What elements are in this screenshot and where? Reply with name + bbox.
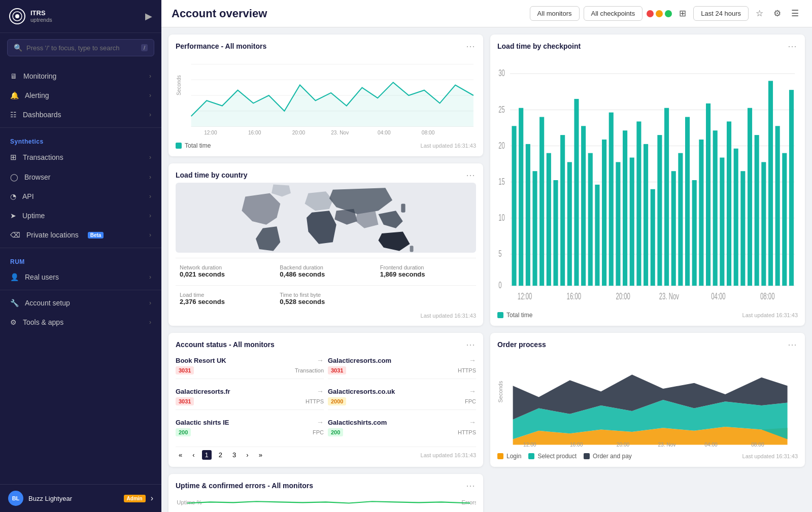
svg-text:04:00: 04:00	[378, 130, 391, 135]
performance-card-menu[interactable]: ⋯	[466, 42, 476, 51]
sidebar-item-monitoring[interactable]: 🖥 Monitoring ›	[0, 66, 161, 86]
svg-rect-60	[727, 121, 731, 286]
arrow-icon[interactable]: →	[317, 418, 324, 426]
stat-label: Frontend duration	[380, 264, 472, 270]
sidebar-logo: ITRS uptrends ▶	[0, 0, 161, 33]
order-process-menu[interactable]: ⋯	[788, 340, 798, 349]
sidebar-item-account-setup[interactable]: 🔧 Account setup ›	[0, 293, 161, 313]
sidebar-collapse-button[interactable]: ▶	[145, 11, 152, 22]
page-2-button[interactable]: 2	[216, 450, 225, 460]
sidebar-item-browser[interactable]: ◯ Browser ›	[0, 167, 161, 187]
account-status-menu[interactable]: ⋯	[466, 340, 476, 349]
chevron-right-icon: ›	[149, 231, 151, 238]
status-code: 3031	[176, 397, 194, 405]
main-content: Account overview All monitors All checkp…	[161, 0, 812, 512]
svg-rect-40	[588, 153, 593, 286]
select-product-legend-label: Select product	[537, 453, 577, 460]
sidebar-item-label: Alerting	[25, 91, 49, 99]
perf-legend: Total time	[176, 142, 211, 149]
svg-marker-8	[191, 82, 473, 126]
yellow-dot	[656, 10, 663, 17]
all-monitors-button[interactable]: All monitors	[530, 6, 580, 21]
svg-rect-35	[553, 180, 558, 286]
chevron-right-icon: ›	[149, 212, 151, 219]
svg-rect-59	[720, 158, 724, 286]
uptime-icon: ➤	[10, 212, 16, 220]
page-1-button[interactable]: 1	[202, 450, 212, 460]
sidebar-item-api[interactable]: ◔ API ›	[0, 187, 161, 206]
svg-text:Seconds: Seconds	[176, 75, 182, 95]
gear-icon[interactable]: ⚙	[770, 6, 784, 21]
sidebar-item-label: Dashboards	[23, 111, 61, 119]
svg-rect-41	[595, 185, 599, 286]
svg-rect-76	[401, 203, 405, 212]
load-checkpoint-menu[interactable]: ⋯	[788, 42, 798, 51]
topbar: Account overview All monitors All checkp…	[161, 0, 812, 27]
search-icon: 🔍	[14, 44, 22, 52]
arrow-icon[interactable]: →	[317, 387, 324, 395]
sidebar-search[interactable]: 🔍 /	[7, 39, 154, 56]
sidebar-item-private-locations[interactable]: ⌫ Private locations Beta ›	[0, 225, 161, 245]
monitor-galacticshirts: Galacticshirts.com → 200 HTTPS	[328, 414, 476, 440]
order-pay-legend-label: Order and pay	[593, 453, 632, 460]
order-process-title: Order process	[497, 340, 546, 349]
star-icon[interactable]: ☆	[753, 6, 766, 21]
svg-text:12:00: 12:00	[204, 130, 217, 135]
load-checkpoint-card: Load time by checkpoint ⋯ 30 25 20 15 10…	[490, 35, 805, 326]
all-checkpoints-button[interactable]: All checkpoints	[584, 6, 643, 21]
sidebar-item-dashboards[interactable]: ☷ Dashboards ›	[0, 105, 161, 124]
checkpoint-legend-label: Total time	[506, 312, 532, 319]
monitor-galactic-shirts-ie: Galactic shirts IE → 200 FPC	[176, 414, 324, 440]
time-range-button[interactable]: Last 24 hours	[693, 6, 749, 21]
svg-text:0: 0	[498, 280, 501, 290]
svg-rect-38	[574, 99, 579, 286]
svg-rect-56	[699, 140, 703, 286]
svg-text:30: 30	[498, 68, 505, 78]
prev-page-button[interactable]: ‹	[189, 450, 197, 460]
next-page-button[interactable]: ›	[243, 450, 251, 460]
svg-rect-54	[685, 117, 690, 286]
svg-text:12:00: 12:00	[523, 441, 536, 447]
svg-rect-42	[602, 140, 606, 286]
svg-rect-57	[706, 104, 710, 286]
sidebar-item-transactions[interactable]: ⊞ Transactions ›	[0, 147, 161, 167]
svg-text:04:00: 04:00	[711, 291, 725, 301]
svg-rect-29	[512, 126, 516, 286]
search-input[interactable]	[26, 44, 137, 52]
apps-icon[interactable]: ⊞	[676, 6, 689, 21]
svg-text:20:00: 20:00	[617, 441, 630, 447]
monitor-book-resort: Book Resort UK → 3031 Transaction	[176, 352, 324, 379]
arrow-icon[interactable]: →	[469, 387, 476, 395]
svg-text:04:00: 04:00	[704, 441, 718, 447]
status-dots	[647, 10, 672, 17]
uptime-menu[interactable]: ⋯	[466, 481, 476, 490]
synthetics-section-label: Synthetics	[0, 131, 161, 147]
sidebar-footer[interactable]: BL Buzz Lightyear Admin ›	[0, 484, 161, 512]
sidebar-item-tools-apps[interactable]: ⚙ Tools & apps ›	[0, 313, 161, 332]
performance-card-title: Performance - All monitors	[176, 42, 266, 50]
arrow-icon[interactable]: →	[317, 356, 324, 364]
monitor-type: HTTPS	[458, 429, 476, 435]
sidebar-item-real-users[interactable]: 👤 Real users ›	[0, 267, 161, 287]
stats-row: Network duration 0,021 seconds Backend d…	[176, 258, 476, 280]
monitor-type: HTTPS	[458, 367, 476, 373]
sidebar-item-alerting[interactable]: 🔔 Alerting ›	[0, 86, 161, 105]
svg-rect-52	[671, 171, 676, 286]
svg-rect-43	[609, 113, 614, 286]
last-page-button[interactable]: »	[256, 450, 265, 460]
first-page-button[interactable]: «	[176, 450, 185, 460]
menu-icon[interactable]: ☰	[788, 6, 802, 21]
svg-rect-46	[630, 158, 634, 286]
monitor-galactic-couk: Galacticresorts.co.uk → 2000 FPC	[328, 383, 476, 410]
svg-rect-58	[713, 130, 718, 286]
login-legend-label: Login	[506, 453, 521, 460]
sidebar-item-uptime[interactable]: ➤ Uptime ›	[0, 206, 161, 225]
chevron-right-icon: ›	[149, 111, 151, 118]
load-country-menu[interactable]: ⋯	[466, 170, 476, 180]
select-product-legend: Select product	[528, 453, 577, 460]
arrow-icon[interactable]: →	[469, 356, 476, 364]
uptime-card: Uptime & confirmed errors - All monitors…	[168, 474, 483, 512]
svg-text:Seconds: Seconds	[498, 381, 504, 403]
page-3-button[interactable]: 3	[229, 450, 239, 460]
arrow-icon[interactable]: →	[469, 418, 476, 426]
